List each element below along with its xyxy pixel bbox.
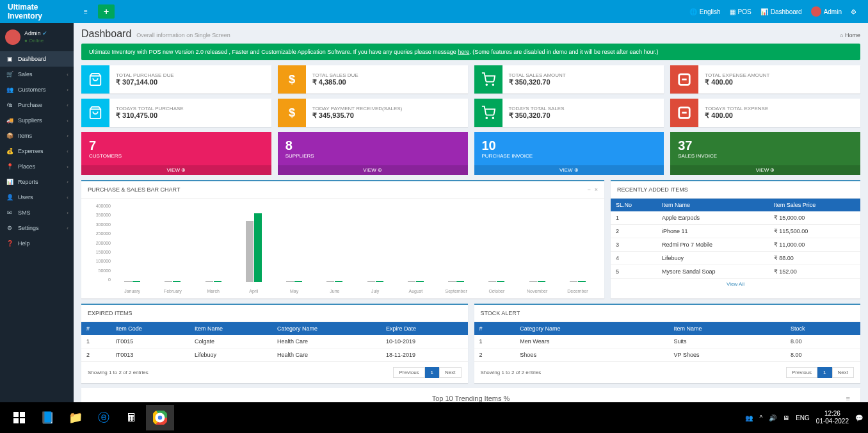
calculator-icon[interactable]: 🖩 [118,405,146,430]
sidebar-item-dashboard[interactable]: ▣Dashboard [0,51,74,67]
view-link[interactable]: VIEW ⊕ [278,165,468,175]
table-row[interactable]: 3Redmi Pro 7 Mobile₹ 11,000.00 [611,238,860,252]
notifications-icon[interactable]: 💬 [855,414,863,421]
table-row[interactable]: 1Men WearsSuits8.00 [474,335,861,348]
admin-menu[interactable]: Admin [811,6,842,17]
stat-card[interactable]: TOTAL EXPENSE AMOUNT₹ 400.00 [670,65,860,94]
tray-network-icon[interactable]: 🖥 [783,414,789,421]
svg-text:$: $ [289,106,295,119]
tray-language[interactable]: ENG [796,414,810,421]
sidebar-item-items[interactable]: 📦Items‹ [0,128,74,143]
view-all-link[interactable]: View All [611,279,860,290]
stock-alert-panel: STOCK ALERT #Category NameItem NameStock… [474,304,861,383]
sidebar-item-settings[interactable]: ⚙Settings‹ [0,220,74,236]
table-row[interactable]: 2ShoesVP Shoes8.00 [474,348,861,362]
sidebar-item-sales[interactable]: 🛒Sales‹ [0,67,74,82]
brand-logo[interactable]: Ultimate Inventory [0,3,74,20]
alert-link[interactable]: here [458,49,469,55]
cart-icon [474,99,502,127]
table-row[interactable]: 5Mysore Sandal Soap₹ 152.00 [611,265,860,279]
sidebar-item-users[interactable]: 👤Users‹ [0,190,74,205]
nav-label: Purchase [18,102,42,108]
stat-card[interactable]: $TODAY PAYMENT RECEIVED(SALES)₹ 345,935.… [278,99,468,127]
table-cell: 10-10-2019 [381,335,468,348]
stat-label: TODAYS TOTAL PURCHASE [116,106,184,111]
table-cell: 2 [611,225,657,238]
table-row[interactable]: 2iPhone 11₹ 115,500.00 [611,225,860,238]
topbar: Ultimate Inventory ≡ + 🌐English ▦POS 📊Da… [0,0,868,23]
stat-label: TODAYS TOTAL SALES [509,106,565,111]
table-info: Showing 1 to 2 of 2 entries [88,370,149,375]
bag-icon [81,99,109,127]
nav-icon: ▣ [6,56,13,62]
stat-value: ₹ 4,385.00 [312,78,358,86]
stat-card[interactable]: $TOTAL SALES DUE₹ 4,385.00 [278,65,468,94]
bar-purchase [408,281,415,282]
language-menu[interactable]: 🌐English [689,8,721,15]
table-cell: ₹ 115,500.00 [769,225,860,238]
recent-items-panel: RECENTLY ADDED ITEMS SL.NoItem NameItem … [611,180,860,298]
bar-purchase [286,281,294,282]
close-icon[interactable]: × [595,186,598,193]
next-button[interactable]: Next [832,367,854,378]
prev-button[interactable]: Previous [393,367,424,378]
sidebar-item-reports[interactable]: 📊Reports‹ [0,174,74,190]
table-row[interactable]: 2IT0013LifebuoyHealth Care18-11-2019 [81,348,468,362]
edge-icon[interactable]: ⓔ [90,405,118,430]
table-cell: 3 [611,238,657,252]
start-button[interactable] [5,405,33,430]
menu-icon[interactable]: ≡ [846,395,850,402]
tray-people-icon[interactable]: 👥 [745,414,753,421]
page-1-button[interactable]: 1 [817,367,832,378]
chevron-left-icon: ‹ [67,210,68,216]
stat-card[interactable]: TOTAL SALES AMOUNT₹ 350,320.70 [474,65,664,94]
view-link[interactable]: VIEW ⊕ [474,165,664,175]
menu-toggle-button[interactable]: ≡ [77,4,94,19]
sidebar-item-purchase[interactable]: 🛍Purchase‹ [0,97,74,113]
table-row[interactable]: 4Lifebuoy₹ 88.00 [611,252,860,265]
sidebar-item-suppliers[interactable]: 🚚Suppliers‹ [0,113,74,128]
dashboard-link[interactable]: 📊Dashboard [760,8,802,15]
tray-volume-icon[interactable]: 🔊 [769,414,776,421]
sidebar-item-expenses[interactable]: 💰Expenses‹ [0,143,74,159]
table-row[interactable]: 1Apple Earpods₹ 15,000.00 [611,211,860,225]
add-button[interactable]: + [98,4,115,19]
chevron-left-icon: ‹ [67,133,68,139]
taskbar-app-icon[interactable]: 📘 [33,405,61,430]
table-header: Item Sales Price [769,199,860,211]
collapse-icon[interactable]: − [587,186,590,193]
nav-icon: 👤 [6,194,13,200]
table-cell: Health Care [272,348,381,362]
page-1-button[interactable]: 1 [425,367,439,378]
table-row[interactable]: 1IT0015ColgateHealth Care10-10-2019 [81,335,468,348]
svg-rect-12 [13,418,19,423]
tray-chevron-icon[interactable]: ^ [759,414,762,421]
stat-card[interactable]: TODAYS TOTAL SALES₹ 350,320.70 [474,99,664,127]
nav-icon: ✉ [6,209,13,216]
bar-purchase [570,281,577,282]
sidebar-item-help[interactable]: ❓Help [0,236,74,251]
chrome-icon[interactable] [146,405,174,430]
stat-card[interactable]: TODAYS TOTAL PURCHASE₹ 310,475.00 [81,99,271,127]
bar-purchase [124,281,132,282]
sidebar-item-places[interactable]: 📍Places‹ [0,159,74,174]
view-link[interactable]: VIEW ⊕ [81,165,271,175]
table-header: Category Name [272,322,381,335]
prev-button[interactable]: Previous [786,367,817,378]
view-link[interactable]: VIEW ⊕ [670,165,860,175]
pos-link[interactable]: ▦POS [730,8,751,15]
nav-icon: 💰 [6,148,13,154]
system-clock[interactable]: 12:26 01-04-2022 [816,410,849,425]
breadcrumb-home[interactable]: ⌂ Home [840,32,860,38]
settings-icon[interactable]: ⚙ [851,8,856,15]
table-cell: Health Care [272,335,381,348]
sidebar-item-sms[interactable]: ✉SMS‹ [0,205,74,220]
dollar-icon: $ [278,65,306,94]
main-content: Dashboard Overall information on Single … [74,23,868,402]
file-explorer-icon[interactable]: 📁 [61,405,90,430]
stat-card[interactable]: TOTAL PURCHASE DUE₹ 307,144.00 [81,65,271,94]
sidebar-item-customers[interactable]: 👥Customers‹ [0,82,74,97]
table-cell: Colgate [189,335,272,348]
next-button[interactable]: Next [439,367,461,378]
stat-card[interactable]: TODAYS TOTAL EXPENSE₹ 400.00 [670,99,860,127]
